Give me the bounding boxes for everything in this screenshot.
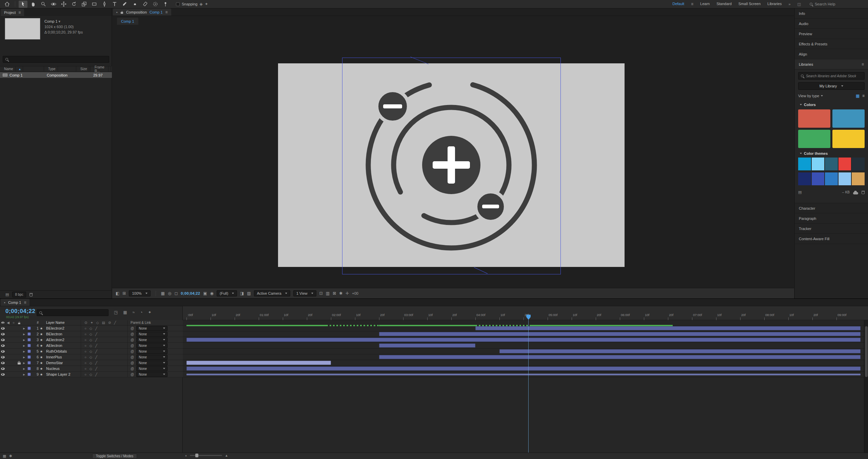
colors-section-label[interactable]: Colors — [798, 103, 865, 107]
main-viewer-icon[interactable]: ⊞ — [122, 291, 126, 296]
panel-menu-icon[interactable]: ≡ — [165, 10, 168, 15]
selection-outline[interactable] — [342, 58, 561, 274]
layer-switch-icon[interactable]: ╱ — [95, 338, 97, 342]
layer-row[interactable]: ▸7★DemoStar○◇╱@None — [0, 360, 183, 366]
bit-depth-button[interactable]: 8 bpc — [12, 292, 26, 297]
theme-swatch[interactable] — [839, 158, 851, 170]
vertical-scrollbar[interactable] — [864, 320, 868, 453]
comp-mini-flowchart-icon[interactable]: ◳ — [114, 310, 118, 315]
column-size[interactable]: Size — [76, 66, 91, 71]
layer-name[interactable]: Nucleus — [44, 367, 81, 371]
layer-row[interactable]: ▸4★AElectron○◇╱@None — [0, 343, 183, 349]
theme-swatch[interactable] — [852, 158, 865, 170]
playhead-head[interactable] — [526, 315, 531, 320]
layer-switch-icon[interactable]: ◇ — [90, 355, 92, 359]
column-name[interactable]: Name▴ — [0, 66, 44, 71]
selection-tool-icon[interactable] — [19, 1, 27, 8]
timeline-search-input[interactable] — [37, 309, 108, 316]
layer-switch-icon[interactable]: ◇ — [90, 327, 92, 330]
layer-color-swatch[interactable] — [27, 361, 31, 364]
zoom-tool-icon[interactable] — [39, 1, 48, 8]
eye-toggle[interactable] — [0, 333, 5, 335]
layer-bar[interactable] — [475, 326, 861, 330]
panel-menu-icon[interactable]: ≡ — [24, 300, 26, 305]
panel-layout-icon[interactable]: ◫ — [797, 2, 801, 6]
panel-header-align[interactable]: Align — [795, 49, 868, 59]
theme-swatch[interactable] — [839, 172, 851, 185]
layer-switch-icon[interactable]: ○ — [84, 367, 86, 371]
parent-dropdown[interactable]: None — [136, 337, 167, 342]
layer-bar[interactable] — [186, 374, 861, 375]
layer-name[interactable]: AElectron — [44, 343, 81, 348]
pickwhip-icon[interactable]: @ — [131, 373, 134, 376]
layer-color-swatch[interactable] — [27, 338, 31, 341]
pixel-aspect-icon[interactable]: ⊡ — [319, 291, 323, 296]
theme-swatch[interactable] — [852, 172, 865, 185]
theme-swatch[interactable] — [812, 158, 825, 170]
theme-swatch[interactable] — [825, 158, 838, 170]
type-tool-icon[interactable] — [110, 1, 119, 8]
puppet-pin-tool-icon[interactable] — [161, 1, 170, 8]
layer-switch-icon[interactable]: ◇ — [90, 373, 92, 376]
theme-swatch[interactable] — [798, 158, 811, 170]
layer-row[interactable]: ▸9★Shape Layer 2○◇╱@None — [0, 372, 183, 377]
eye-toggle[interactable] — [0, 339, 5, 341]
workspace-small-screen[interactable]: Small Screen — [738, 2, 761, 6]
transparency-grid-icon[interactable]: ▨ — [247, 291, 251, 296]
layer-name[interactable]: BElectron — [44, 332, 81, 336]
workspace-standard[interactable]: Standard — [716, 2, 732, 6]
panel-header-content-aware-fill[interactable]: Content-Aware Fill — [795, 234, 868, 244]
comp-name-row[interactable]: Comp 1 ▾ — [44, 19, 83, 24]
grid-guides-icon[interactable]: ▦ — [161, 291, 165, 296]
layer-switch-icon[interactable]: ◇ — [90, 332, 92, 336]
expand-transfer-controls-icon[interactable]: ✱ — [9, 454, 12, 458]
layer-row[interactable]: ▸6★InnerPlus○◇╱@None — [0, 354, 183, 360]
theme-swatch[interactable] — [812, 172, 825, 185]
panel-header-effects-presets[interactable]: Effects & Presets — [795, 39, 868, 49]
zoom-slider-thumb[interactable] — [195, 454, 198, 457]
eraser-tool-icon[interactable] — [141, 1, 150, 8]
show-channel-icon[interactable]: ◨ — [240, 291, 244, 296]
eye-toggle[interactable] — [0, 368, 5, 370]
layer-switch-icon[interactable]: ╱ — [95, 327, 97, 330]
pickwhip-icon[interactable]: @ — [131, 367, 134, 371]
expand-arrow-icon[interactable]: ▸ — [22, 343, 26, 348]
color-swatch[interactable] — [798, 130, 830, 148]
eye-toggle[interactable] — [0, 362, 5, 364]
zoom-out-icon[interactable]: ▲ — [185, 454, 187, 457]
trash-icon[interactable] — [862, 191, 865, 194]
reset-exposure-icon[interactable]: ✛ — [346, 291, 349, 296]
hand-tool-icon[interactable] — [29, 1, 38, 8]
tab-timeline-comp1[interactable]: ▪ Comp 1 ≡ — [1, 299, 29, 306]
mask-visibility-icon[interactable]: ◎ — [168, 291, 171, 296]
hide-shy-layers-icon[interactable]: ≈ — [133, 310, 135, 315]
always-preview-icon[interactable]: ◧ — [116, 291, 119, 296]
layer-bar[interactable] — [379, 332, 861, 336]
workspace-libraries[interactable]: Libraries — [767, 2, 782, 6]
eye-toggle[interactable] — [0, 345, 5, 347]
trash-icon[interactable] — [29, 293, 33, 296]
library-select[interactable]: My Library — [798, 82, 865, 90]
theme-swatch[interactable] — [798, 172, 811, 185]
project-item-row[interactable]: Comp 1 Composition 29.97 — [0, 72, 112, 78]
layer-name-column-label[interactable]: Layer Name — [44, 321, 81, 325]
grid-view-icon[interactable]: ▦ — [856, 93, 860, 98]
pan-camera-tool-icon[interactable] — [59, 1, 68, 8]
view-layout-select[interactable]: 1 View — [293, 290, 316, 296]
layer-switch-icon[interactable]: ○ — [84, 350, 86, 353]
timeline-track-area[interactable]: :00f10f20f01:00f10f20f02:00f10f20f03:00f… — [183, 306, 868, 453]
layer-bar[interactable] — [379, 355, 861, 359]
layer-switch-icon[interactable]: ╱ — [95, 344, 97, 348]
exposure-value[interactable]: +00 — [352, 291, 358, 295]
layer-color-swatch[interactable] — [27, 344, 31, 347]
theme-swatch[interactable] — [825, 172, 838, 185]
clone-stamp-tool-icon[interactable] — [131, 1, 139, 8]
layer-bar[interactable] — [186, 367, 861, 371]
layer-switch-icon[interactable]: ○ — [84, 361, 86, 365]
layer-switch-icon[interactable]: ◇ — [90, 367, 92, 371]
layer-name[interactable]: InnerPlus — [44, 355, 81, 359]
panel-header-audio[interactable]: Audio — [795, 19, 868, 29]
zoom-in-icon[interactable]: ▲ — [225, 454, 228, 457]
camera-select[interactable]: Active Camera — [254, 290, 290, 296]
scrollbar-thumb[interactable] — [865, 326, 868, 377]
